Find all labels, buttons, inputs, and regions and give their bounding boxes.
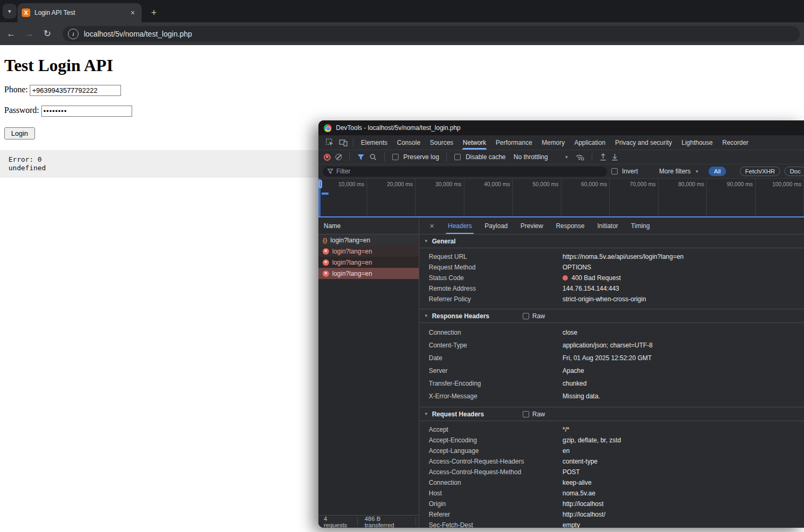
header-row: Origin http://localhost [419,499,804,509]
chrome-logo-icon [324,124,332,132]
filter-input-wrap[interactable] [323,167,607,177]
disable-cache-label: Disable cache [465,153,505,161]
plus-icon: + [151,7,157,19]
header-row: Server Apache [419,364,804,377]
network-conditions-icon[interactable] [575,153,584,161]
header-row: Accept */* [419,424,804,435]
headers-detail-content: ▼ General Request URL https://noma.5v.ae… [419,234,804,528]
timeline-tick: 100,000 ms [756,179,804,216]
password-row: Password: [4,106,804,117]
tab-memory[interactable]: Memory [537,135,569,150]
general-section: ▼ General Request URL https://noma.5v.ae… [419,234,804,309]
request-row[interactable]: × login?lang=en [318,257,419,268]
close-details-icon[interactable]: × [427,221,437,230]
site-info-icon[interactable]: i [68,29,79,39]
json-request-icon: {} [323,237,327,243]
general-section-header[interactable]: ▼ General [419,234,804,248]
header-row: Referrer Policy strict-origin-when-cross… [419,294,804,304]
forward-button[interactable]: → [20,25,38,43]
header-row: Request URL https://noma.5v.ae/api/users… [419,251,804,262]
header-row: Accept-Encoding gzip, deflate, br, zstd [419,435,804,446]
filter-chip-all[interactable]: All [708,167,726,176]
request-raw-checkbox[interactable] [523,411,529,417]
preserve-log-checkbox[interactable] [392,154,399,160]
divider [353,138,353,147]
request-headers-section-header[interactable]: ▼ Request Headers Raw [419,407,804,421]
request-name: login?lang=en [332,270,372,277]
login-button[interactable]: Login [4,127,35,139]
devtools-title: DevTools - localhost/5v/noma/test_login.… [336,124,461,132]
tab-performance[interactable]: Performance [491,135,537,150]
request-row[interactable]: × login?lang=en [318,246,419,257]
import-har-icon[interactable] [600,153,607,161]
new-tab-button[interactable]: + [146,5,161,20]
details-tab-preview[interactable]: Preview [515,217,549,234]
invert-label: Invert [622,168,638,175]
disable-cache-checkbox[interactable] [454,154,461,160]
filter-chip-doc[interactable]: Doc [784,167,804,176]
header-row: Sec-Fetch-Dest empty [419,520,804,528]
preserve-log-label: Preserve log [403,153,439,161]
export-har-icon[interactable] [611,153,618,161]
details-tab-initiator[interactable]: Initiator [592,217,623,234]
browser-tab[interactable]: X Login API Test × [18,3,142,22]
overview-drag-handle[interactable] [318,180,322,188]
details-tab-payload[interactable]: Payload [479,217,513,234]
tab-close-icon[interactable]: × [128,8,137,18]
request-row[interactable]: {} login?lang=en [318,234,419,246]
tab-elements[interactable]: Elements [356,135,392,150]
back-button[interactable]: ← [2,25,20,43]
network-overview-timeline[interactable]: 10,000 ms 20,000 ms 30,000 ms 40,000 ms … [318,179,804,217]
response-raw-checkbox[interactable] [523,313,529,319]
phone-field[interactable] [30,85,121,96]
browser-toolbar: ← → ↻ i localhost/5v/noma/test_login.php [0,22,804,45]
name-column-header[interactable]: Name [318,217,419,234]
details-tab-timing[interactable]: Timing [626,217,655,234]
header-row: Connection keep-alive [419,477,804,488]
failed-request-icon: × [323,259,329,266]
reload-button[interactable]: ↻ [38,25,56,43]
request-row-selected[interactable]: × login?lang=en [318,268,419,279]
request-name: login?lang=en [332,248,372,255]
details-tab-response[interactable]: Response [550,217,590,234]
header-row: X-Error-Message Missing data. [419,390,804,403]
tab-network[interactable]: Network [458,135,491,150]
request-name: login?lang=en [331,237,370,244]
password-field[interactable] [41,106,132,117]
throttling-select[interactable]: No throttling [514,153,548,161]
invert-checkbox[interactable] [611,168,618,175]
tab-sources[interactable]: Sources [425,135,458,150]
inspect-element-icon[interactable] [323,135,336,150]
header-row: Date Fri, 01 Aug 2025 12:52:20 GMT [419,352,804,364]
response-headers-section-header[interactable]: ▼ Response Headers Raw [419,309,804,323]
status-error-dot-icon [563,275,568,281]
tab-recorder[interactable]: Recorder [717,135,753,150]
filter-funnel-icon[interactable] [357,154,365,161]
disclosure-triangle-icon: ▼ [424,313,428,318]
filter-chip-fetch-xhr[interactable]: Fetch/XHR [740,167,780,176]
throttling-dropdown-icon[interactable]: ▼ [564,155,568,160]
search-icon[interactable] [369,153,377,161]
phone-label: Phone: [4,85,28,94]
url-text[interactable]: localhost/5v/noma/test_login.php [84,30,192,38]
section-title: Request Headers [432,411,484,418]
filter-funnel-small-icon [327,169,333,174]
address-bar[interactable]: i localhost/5v/noma/test_login.php [63,26,800,42]
device-toolbar-icon[interactable] [336,135,350,150]
record-network-log-icon[interactable] [324,154,331,161]
clear-network-log-icon[interactable] [335,154,342,160]
tab-privacy-security[interactable]: Privacy and security [610,135,677,150]
filter-input[interactable] [336,168,602,175]
tab-lighthouse[interactable]: Lighthouse [677,135,717,150]
tab-application[interactable]: Application [569,135,610,150]
devtools-titlebar[interactable]: DevTools - localhost/5v/noma/test_login.… [318,120,804,135]
timeline-tick: 20,000 ms [367,179,416,216]
more-filters-button[interactable]: More filters [659,168,690,175]
divider [446,153,447,161]
tab-search-button[interactable]: ▾ [3,4,16,19]
failed-request-icon: × [323,248,329,255]
tab-console[interactable]: Console [392,135,425,150]
divider [349,153,350,161]
details-tab-headers[interactable]: Headers [443,217,477,234]
raw-label: Raw [532,312,545,320]
